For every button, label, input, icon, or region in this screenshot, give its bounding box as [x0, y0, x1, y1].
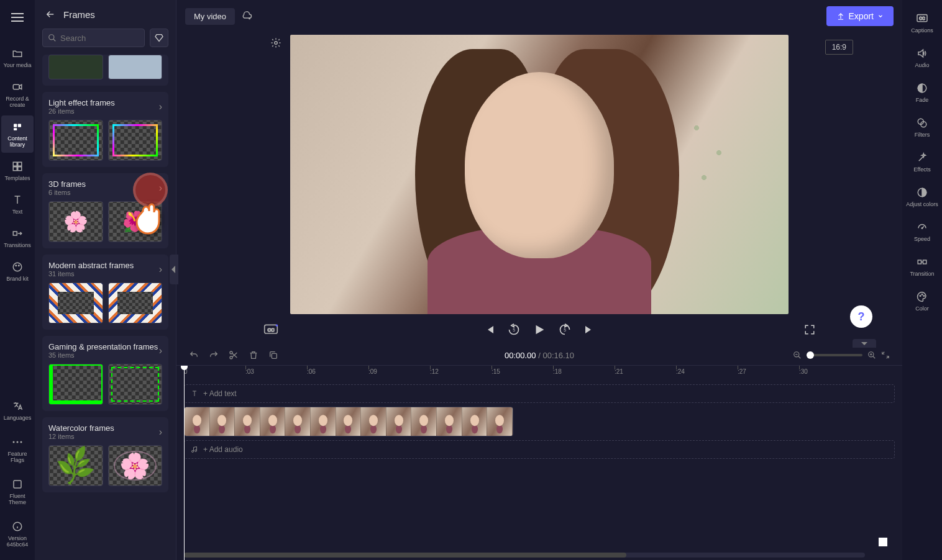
menu-button[interactable] — [7, 7, 27, 27]
category-header[interactable]: Watercolor frames 12 items › — [48, 423, 162, 440]
captions-toggle-button[interactable]: CC — [263, 323, 278, 336]
forward-5-button[interactable]: 5 — [559, 323, 571, 336]
svg-point-17 — [49, 35, 54, 40]
filters-icon — [916, 117, 928, 129]
nav-fluent-theme[interactable]: Fluent Theme — [1, 473, 34, 510]
current-time: 00:00.00 — [505, 351, 536, 360]
audio-track[interactable]: + Add audio — [184, 440, 895, 459]
frame-thumbnail[interactable] — [48, 55, 103, 79]
delete-button[interactable] — [249, 350, 258, 360]
right-adjust-colors[interactable]: Adjust colors — [903, 181, 941, 212]
cloud-sync-icon[interactable] — [241, 11, 252, 22]
right-label: Filters — [915, 132, 930, 138]
cc-icon: CC — [916, 12, 928, 25]
right-speed[interactable]: Speed — [903, 216, 941, 247]
frame-thumbnail[interactable] — [48, 445, 103, 486]
search-input[interactable] — [60, 34, 139, 43]
skip-end-button[interactable] — [583, 324, 595, 335]
category-header[interactable]: Gaming & presentation frames 35 items › — [48, 342, 162, 359]
add-text-label: + Add text — [203, 389, 237, 398]
text-track[interactable]: + Add text — [184, 384, 895, 403]
category-count: 26 items — [48, 107, 115, 115]
timeline-toolbar: 00:00.00 / 00:16.10 — [176, 345, 902, 365]
right-label: Transition — [910, 271, 934, 277]
search-box[interactable] — [42, 29, 145, 47]
duplicate-button[interactable] — [268, 350, 278, 360]
help-button[interactable]: ? — [850, 305, 872, 328]
right-color[interactable]: Color — [903, 286, 941, 317]
export-button[interactable]: Export — [826, 6, 894, 26]
fullscreen-button[interactable] — [804, 324, 815, 335]
fit-timeline-button[interactable] — [881, 351, 890, 359]
right-captions[interactable]: CC Captions — [903, 7, 941, 38]
frames-panel: Frames Light effect frames 26 items › — [35, 0, 176, 560]
playhead[interactable] — [184, 366, 185, 560]
category-header[interactable]: Light effect frames 26 items › — [48, 98, 162, 115]
zoom-slider[interactable] — [807, 354, 862, 356]
split-button[interactable] — [229, 350, 239, 360]
timeline-ruler[interactable]: 0:03:06:09:12:15:18:21:24:27:30 — [176, 366, 902, 381]
right-filters[interactable]: Filters — [903, 112, 941, 143]
nav-templates[interactable]: Templates — [1, 155, 34, 186]
right-transition[interactable]: Transition — [903, 251, 941, 282]
right-fade[interactable]: Fade — [903, 77, 941, 108]
frame-thumbnail[interactable] — [108, 201, 163, 242]
clip-thumbnail — [462, 407, 488, 436]
nav-languages[interactable]: Languages — [1, 395, 34, 426]
zoom-in-button[interactable] — [867, 351, 876, 359]
nav-version[interactable]: Version 645bc64 — [1, 515, 34, 553]
nav-text[interactable]: Text — [1, 189, 34, 220]
collapse-panel-button[interactable] — [170, 255, 178, 284]
play-button[interactable] — [533, 323, 546, 336]
preview-settings-button[interactable] — [270, 37, 281, 48]
text-icon — [191, 390, 198, 397]
category-header[interactable]: Modern abstract frames 31 items › — [48, 261, 162, 278]
right-audio[interactable]: Audio — [903, 42, 941, 73]
right-effects[interactable]: Effects — [903, 147, 941, 178]
nav-content-library[interactable]: Content library — [1, 115, 34, 153]
nav-label: Record & create — [1, 96, 34, 108]
aspect-ratio-button[interactable]: 16:9 — [825, 40, 853, 55]
skip-start-button[interactable] — [484, 324, 495, 335]
rewind-5-button[interactable]: 5 — [508, 323, 520, 336]
left-nav-rail: Your media Record & create Content libra… — [0, 0, 35, 560]
frame-thumbnail[interactable] — [48, 282, 103, 323]
palette-icon — [11, 261, 24, 273]
timeline-scrollbar[interactable] — [184, 553, 865, 558]
nav-label: Text — [12, 209, 23, 215]
clip-thumbnail — [437, 407, 462, 436]
frame-thumbnail[interactable] — [48, 201, 103, 242]
transitions-icon — [11, 227, 24, 240]
frame-thumbnail[interactable] — [108, 120, 163, 161]
category-header[interactable]: 3D frames 6 items › — [48, 179, 162, 196]
redo-button[interactable] — [209, 350, 219, 360]
video-clip[interactable] — [184, 407, 513, 436]
video-preview[interactable] — [290, 35, 789, 314]
category-gaming: Gaming & presentation frames 35 items › — [42, 336, 168, 411]
frame-thumbnail[interactable] — [48, 120, 103, 161]
frame-thumbnail[interactable] — [108, 282, 163, 323]
ruler-tick: :09 — [368, 368, 377, 375]
nav-feature-flags[interactable]: Feature Flags — [1, 431, 34, 468]
nav-transitions[interactable]: Transitions — [1, 222, 34, 253]
language-icon — [11, 400, 24, 412]
nav-record-create[interactable]: Record & create — [1, 76, 34, 113]
ruler-tick: :30 — [799, 368, 808, 375]
nav-your-media[interactable]: Your media — [1, 42, 34, 73]
category-title: Gaming & presentation frames — [48, 342, 158, 351]
undo-button[interactable] — [189, 350, 199, 360]
frame-thumbnail[interactable] — [108, 445, 163, 486]
frame-thumbnail[interactable] — [108, 55, 163, 79]
clip-thumbnail — [185, 407, 210, 436]
premium-button[interactable] — [150, 29, 168, 47]
back-button[interactable] — [45, 9, 56, 20]
svg-rect-5 — [18, 162, 22, 166]
frame-thumbnail[interactable] — [48, 364, 103, 405]
clip-thumbnail — [235, 407, 260, 436]
clip-thumbnail — [487, 407, 513, 436]
frame-thumbnail[interactable] — [108, 364, 163, 405]
project-name[interactable]: My video — [185, 8, 235, 25]
folder-icon — [11, 47, 24, 60]
nav-brand-kit[interactable]: Brand kit — [1, 256, 34, 287]
zoom-out-button[interactable] — [793, 351, 802, 359]
